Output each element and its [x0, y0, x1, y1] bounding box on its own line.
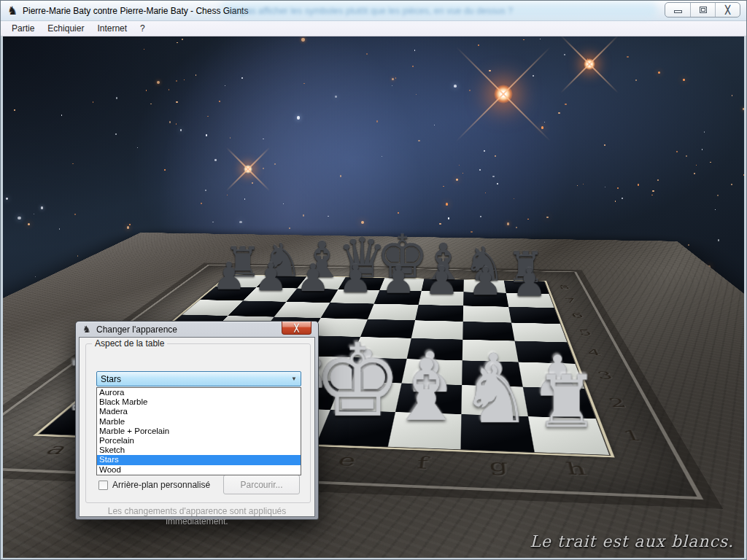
dropdown-list: AuroraBlack MarbleMaderaMarbleMarble + P… — [96, 387, 301, 475]
dropdown-option[interactable]: Black Marble — [97, 397, 301, 407]
dropdown-option[interactable]: Aurora — [97, 388, 301, 397]
menu-item-echiquier[interactable]: Echiquier — [41, 22, 90, 35]
combobox-value: Stars — [101, 374, 121, 384]
dialog-titlebar[interactable]: ♞ Changer l'apparence ╳ — [76, 322, 318, 337]
ghost-tooltip-text: ne pas afficher les symboles plutôt que … — [228, 6, 692, 16]
menu-item-partie[interactable]: Partie — [5, 22, 41, 35]
chevron-down-icon: ▼ — [291, 376, 297, 382]
menu-bar: PartieEchiquierInternet? — [1, 21, 746, 36]
dropdown-option[interactable]: Madera — [97, 407, 301, 416]
turn-status-text: Le trait est aux blancs. — [530, 532, 734, 551]
dialog-status-text: Les changements d'apparence sont appliqu… — [80, 506, 314, 526]
dialog-knight-icon: ♞ — [82, 324, 91, 335]
app-knight-icon: ♞ — [7, 4, 18, 18]
maximize-icon — [700, 7, 707, 13]
appearance-dialog: ♞ Changer l'apparence ╳ Aspect de la tab… — [75, 321, 319, 520]
groupbox-label: Aspect de la table — [92, 338, 167, 349]
menu-item-[interactable]: ? — [133, 22, 152, 35]
window-controls: ╳ — [665, 2, 740, 18]
browse-button[interactable]: Parcourir... — [223, 475, 300, 494]
dialog-body: Aspect de la table Stars ▼ Arrière-plan … — [79, 337, 315, 517]
app-window: ♞ Pierre-Marie Baty contre Pierre-Marie … — [0, 0, 747, 560]
dialog-title: Changer l'apparence — [96, 324, 177, 335]
maximize-button[interactable] — [690, 3, 715, 17]
table-aspect-combobox[interactable]: Stars ▼ — [96, 371, 301, 386]
dialog-close-button[interactable]: ╳ — [282, 322, 311, 335]
close-button[interactable]: ╳ — [715, 3, 740, 17]
dropdown-option[interactable]: Marble + Porcelain — [97, 427, 301, 436]
dropdown-option[interactable]: Marble — [97, 417, 301, 427]
window-title: Pierre-Marie Baty contre Pierre-Marie Ba… — [23, 6, 248, 16]
close-icon: ╳ — [294, 324, 298, 332]
dropdown-option[interactable]: Sketch — [97, 446, 301, 455]
close-icon: ╳ — [725, 6, 730, 14]
menu-item-internet[interactable]: Internet — [90, 22, 133, 35]
window-titlebar[interactable]: ♞ Pierre-Marie Baty contre Pierre-Marie … — [1, 1, 746, 21]
minimize-icon — [674, 10, 682, 13]
white-rook[interactable]: ♜ — [496, 284, 637, 435]
dropdown-option[interactable]: Wood — [97, 465, 301, 475]
minimize-button[interactable] — [665, 3, 690, 17]
custom-background-checkbox[interactable] — [98, 481, 108, 490]
custom-background-label[interactable]: Arrière-plan personnalisé — [112, 480, 210, 490]
dropdown-option[interactable]: Stars — [97, 455, 301, 464]
dropdown-option[interactable]: Porcelain — [97, 436, 301, 446]
